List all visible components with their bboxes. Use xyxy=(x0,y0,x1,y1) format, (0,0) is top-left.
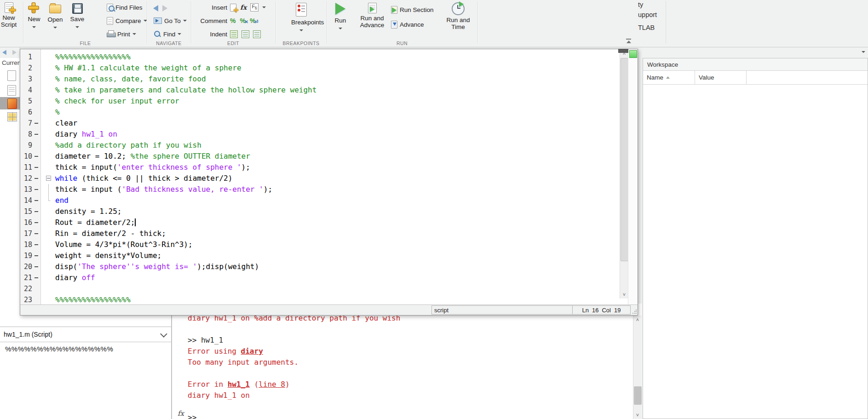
wrap-comments-icon[interactable]: %⏎ xyxy=(250,17,255,24)
editor-line[interactable]: 19weight = density*Volume; xyxy=(20,250,619,261)
open-button[interactable]: Open xyxy=(45,1,65,39)
editor-line[interactable]: 3% name, class, date, favorite food xyxy=(20,74,619,85)
breakpoints-dropdown-arrow[interactable] xyxy=(299,29,303,31)
editor-code-area[interactable]: 1%%%%%%%%%%%%%%%%%2% HW #1.1 calculate t… xyxy=(20,49,619,305)
editor-line[interactable]: 7clear xyxy=(20,118,619,129)
error-link[interactable]: hw1_1 xyxy=(228,380,250,389)
editor-line[interactable]: 6% xyxy=(20,107,619,118)
editor-line[interactable]: 12while (thick <= 0 || thick > diameter/… xyxy=(20,173,619,184)
advance-button[interactable]: Advance xyxy=(391,18,424,30)
editor-line[interactable]: 10diameter = 10.2; %the sphere OUTTER di… xyxy=(20,151,619,162)
compare-button[interactable]: Compare xyxy=(107,15,147,27)
editor-line[interactable]: 13thick = input ('Bad thickness value, r… xyxy=(20,184,619,195)
error-link[interactable]: line 8 xyxy=(259,380,285,389)
save-button[interactable]: Save xyxy=(67,1,87,39)
insert-function-icon[interactable]: fx xyxy=(240,4,247,11)
column-header-value[interactable]: Value xyxy=(695,71,747,84)
indent-right-icon[interactable] xyxy=(241,30,249,38)
forward-icon[interactable] xyxy=(162,5,167,11)
new-button[interactable]: New xyxy=(24,1,44,39)
editor-line[interactable]: 21diary off xyxy=(20,272,619,283)
scrollbar-thumb[interactable] xyxy=(634,386,642,405)
editor-line[interactable]: 8diary hw1_1 on xyxy=(20,129,619,140)
resize-grip[interactable] xyxy=(632,310,637,314)
code-fold-column[interactable] xyxy=(43,173,55,184)
insert-fi-icon[interactable]: Ffi xyxy=(250,3,258,11)
go-to-label: Go To xyxy=(164,17,181,24)
run-section-button[interactable]: Run Section xyxy=(391,4,434,16)
insert-dropdown-arrow[interactable] xyxy=(262,6,266,8)
go-to-dropdown-arrow[interactable] xyxy=(183,20,187,22)
new-dropdown-arrow[interactable] xyxy=(32,26,36,28)
scroll-down-icon[interactable]: ˅ xyxy=(620,290,628,298)
code-text: density = 1.25; xyxy=(55,206,619,217)
editor-line[interactable]: 15density = 1.25; xyxy=(20,206,619,217)
editor-line[interactable]: 22 xyxy=(20,283,619,294)
workspace-header: Name Value xyxy=(643,71,868,85)
new-script-button[interactable]: New Script xyxy=(0,1,17,39)
clipped-label-request-support[interactable]: upport xyxy=(638,11,657,18)
editor-scrollbar[interactable]: ˄ ˅ xyxy=(620,49,628,298)
editor-line[interactable]: 9%add a directory path if you wish xyxy=(20,140,619,151)
breakpoints-button[interactable]: Breakpoints xyxy=(291,1,311,39)
command-prompt[interactable]: >> xyxy=(188,412,623,419)
fold-collapse-icon[interactable] xyxy=(46,176,51,181)
editor-line[interactable]: 20disp('The sphere''s weight is= ');disp… xyxy=(20,261,619,272)
clipped-label-community[interactable]: ty xyxy=(638,1,643,8)
editor-line[interactable]: 4% take in parameters and calculate the … xyxy=(20,85,619,96)
grid-file-icon xyxy=(7,112,17,121)
command-window-scrollbar[interactable]: ˄ ˅ xyxy=(633,316,642,419)
open-dropdown-arrow[interactable] xyxy=(53,27,57,29)
print-dropdown-arrow[interactable] xyxy=(132,33,136,35)
scroll-down-icon[interactable]: ˅ xyxy=(633,411,642,419)
find-button[interactable]: Find xyxy=(154,28,181,40)
line-number: 3 xyxy=(20,74,32,85)
run-dropdown-arrow[interactable] xyxy=(339,28,342,29)
code-fold-column xyxy=(43,294,55,305)
find-files-button[interactable]: Find Files xyxy=(107,1,143,13)
file-list-item[interactable] xyxy=(0,84,20,97)
comment-icon[interactable]: % xyxy=(230,17,236,24)
print-button[interactable]: Print xyxy=(107,28,136,40)
code-analyzer-indicator[interactable] xyxy=(629,50,637,58)
insert-section-icon[interactable] xyxy=(230,4,236,11)
executable-line-marker xyxy=(32,261,40,272)
clipped-label-learn-matlab[interactable]: TLAB xyxy=(638,24,655,31)
editor-line[interactable]: 5% check for user input error xyxy=(20,96,619,107)
panel-menu-icon[interactable] xyxy=(862,51,865,53)
editor-line[interactable]: 17Rin = diameter/2 - thick; xyxy=(20,228,619,239)
file-list-item-selected[interactable] xyxy=(0,97,20,109)
folder-forward-icon[interactable] xyxy=(12,50,17,55)
command-window[interactable]: diary hw1_1 on %add a directory path if … xyxy=(172,304,642,419)
editor-line[interactable]: 1%%%%%%%%%%%%%%%%% xyxy=(20,52,619,63)
file-selector[interactable]: hw1_1.m (Script) xyxy=(0,327,171,342)
editor-line[interactable]: 2% HW #1.1 calculate the weight of a sph… xyxy=(20,63,619,74)
back-icon[interactable] xyxy=(153,5,158,11)
smart-indent-icon[interactable] xyxy=(230,30,238,38)
minimize-toolstrip-icon[interactable] xyxy=(626,39,632,43)
fx-prompt-icon[interactable]: fx xyxy=(178,409,184,418)
editor-line[interactable]: 18Volume = 4/3*pi*(Rout^3-Rin^3); xyxy=(20,239,619,250)
editor-line[interactable]: 23%%%%%%%%%%%%%%%%% xyxy=(20,294,619,305)
editor-line[interactable]: 16Rout = diameter/2; xyxy=(20,217,619,228)
output-text: Error in xyxy=(188,380,228,389)
run-and-advance-button[interactable]: Run and Advance xyxy=(358,1,386,39)
find-dropdown-arrow[interactable] xyxy=(178,33,181,35)
column-header-name[interactable]: Name xyxy=(643,71,695,84)
editor-line[interactable]: 14end xyxy=(20,195,619,206)
line-number: 16 xyxy=(20,217,32,228)
file-list-item[interactable] xyxy=(0,111,20,123)
go-to-button[interactable]: Go To xyxy=(154,15,187,27)
save-dropdown-arrow[interactable] xyxy=(75,26,79,28)
run-and-time-button[interactable]: Run and Time xyxy=(444,1,472,39)
folder-back-icon[interactable] xyxy=(2,50,6,55)
indent-left-icon[interactable] xyxy=(253,30,261,38)
executable-line-marker xyxy=(32,129,40,140)
scroll-up-icon[interactable]: ˄ xyxy=(633,316,642,324)
editor-line[interactable]: 11thick = input('enter thickness of sphe… xyxy=(20,162,619,173)
run-button[interactable]: Run xyxy=(330,1,351,39)
uncomment-icon[interactable]: %✕ xyxy=(240,17,245,24)
scrollbar-thumb[interactable] xyxy=(621,58,628,261)
error-link[interactable]: diary xyxy=(241,347,263,356)
file-list-item[interactable] xyxy=(0,69,20,82)
